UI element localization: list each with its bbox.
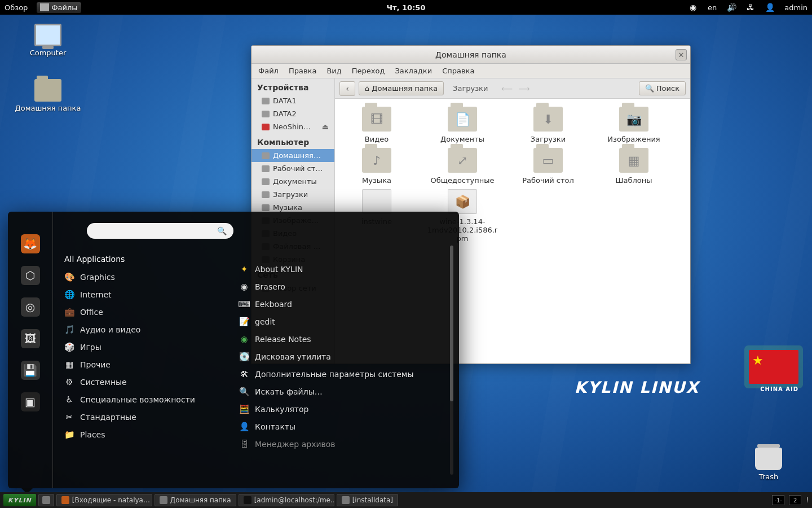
fav-photos-icon[interactable]: 🖼 [21, 329, 40, 348]
sidebar-item-data2[interactable]: DATA2 [251, 107, 334, 120]
category-other[interactable]: ▦Прочие [64, 360, 222, 370]
category-audio-video[interactable]: 🎵Аудио и видео [64, 325, 222, 335]
menu-help[interactable]: Справка [442, 67, 474, 75]
drive-icon [262, 98, 270, 104]
task-mail[interactable]: [Входящие - natalya… [56, 494, 152, 506]
gear-icon: ⚙ [64, 377, 74, 387]
app-disk-utility[interactable]: 💽Дисковая утилита [239, 352, 448, 362]
start-button[interactable]: KYLIN [3, 494, 36, 506]
task-installdata[interactable]: [installdata] [337, 494, 398, 506]
fm-item[interactable]: ⤢Общедоступные [426, 148, 498, 185]
search-icon: 🔍 [645, 84, 654, 93]
sidebar-item-neoshine[interactable]: NeoShin…⏏ [251, 120, 334, 133]
search-button[interactable]: 🔍 Поиск [639, 81, 686, 95]
category-internet[interactable]: 🌐Internet [64, 290, 222, 300]
fm-item[interactable]: ▦Шаблоны [598, 148, 670, 185]
trash-icon [755, 448, 782, 470]
menu-view[interactable]: Вид [326, 67, 341, 75]
app-contacts[interactable]: 👤Контакты [239, 422, 448, 432]
scrollbar-thumb[interactable] [450, 246, 453, 401]
back-button[interactable]: ‹ [339, 81, 355, 96]
app-eekboard[interactable]: ⌨Eekboard [239, 299, 448, 309]
app-calculator[interactable]: 🧮Калькулятор [239, 404, 448, 414]
tools-icon: 🛠 [239, 369, 249, 379]
emblem-icon: ⬇ [533, 107, 563, 132]
folder-icon: ▦ [619, 148, 648, 173]
desktop-icon-home[interactable]: Домашняя папка [11, 79, 85, 112]
calculator-icon: 🧮 [239, 404, 249, 414]
all-applications-heading[interactable]: All Applications [64, 255, 222, 264]
sidebar-item-desktop[interactable]: Рабочий ст… [251, 162, 334, 175]
network-icon[interactable]: 🖧 [746, 3, 755, 12]
sidebar-item-data1[interactable]: DATA1 [251, 94, 334, 107]
fm-item-label: Видео [341, 135, 413, 143]
desktop-icon-computer[interactable]: Computer [11, 24, 85, 57]
search-input[interactable] [94, 227, 217, 235]
apps-column: ✦About KYLIN ◉Brasero ⌨Eekboard 📝gedit ◉… [239, 221, 448, 483]
window-titlebar[interactable]: Домашняя папка ✕ [251, 46, 690, 64]
home-icon: ⌂ [365, 84, 369, 93]
sidebar-item-documents[interactable]: Документы [251, 175, 334, 188]
app-gedit[interactable]: 📝gedit [239, 317, 448, 327]
window-close-button[interactable]: ✕ [676, 49, 687, 60]
palette-icon: 🎨 [64, 272, 74, 282]
breadcrumb-home[interactable]: ⌂ Домашняя папка [359, 81, 444, 95]
fm-item[interactable]: 🎞Видео [341, 107, 413, 143]
menu-go[interactable]: Переход [352, 67, 385, 75]
category-accessories[interactable]: ✂Стандартные [64, 412, 222, 422]
category-places[interactable]: 📁Places [64, 430, 222, 440]
app-release-notes[interactable]: ◉Release Notes [239, 334, 448, 344]
workspace-2[interactable]: 2 [789, 495, 801, 505]
app-archive-manager[interactable]: 🗄Менеджер архивов [239, 439, 448, 449]
eject-icon[interactable]: ⏏ [322, 122, 329, 131]
volume-icon[interactable]: 🔊 [727, 3, 736, 12]
fav-app-icon[interactable]: ⬡ [21, 266, 40, 285]
window-title: Домашняя папка [435, 50, 506, 59]
user-menu[interactable]: admin [784, 3, 807, 12]
desktop-icon-label: Trash [732, 472, 805, 481]
sidebar-item-downloads[interactable]: Загрузки [251, 188, 334, 201]
start-menu-scrollbar[interactable] [450, 246, 453, 475]
fm-item[interactable]: 📄Документы [426, 107, 498, 143]
app-about-kylin[interactable]: ✦About KYLIN [239, 264, 448, 274]
category-accessibility[interactable]: ♿Специальные возможности [64, 395, 222, 405]
app-advanced-settings[interactable]: 🛠Дополнительные параметры системы [239, 369, 448, 379]
grid-icon: ▦ [64, 360, 74, 370]
drive-icon [262, 111, 270, 117]
task-terminal[interactable]: [admin@localhost:/me… [239, 494, 334, 506]
files-menu-button[interactable]: Файлы [37, 2, 81, 13]
menu-edit[interactable]: Правка [289, 67, 316, 75]
category-games[interactable]: 🎲Игры [64, 342, 222, 352]
nav-back-icon[interactable]: ⟵ [499, 81, 515, 96]
sidebar-item-home[interactable]: Домашняя… [251, 149, 334, 162]
keyboard-layout-indicator[interactable]: en [708, 3, 717, 12]
desktop-icon-trash[interactable]: Trash [732, 448, 805, 481]
fav-disk-icon[interactable]: ◎ [21, 297, 40, 317]
notification-indicator[interactable]: ! [806, 496, 809, 504]
fav-terminal-icon[interactable]: ▣ [21, 392, 40, 411]
category-graphics[interactable]: 🎨Graphics [64, 272, 222, 282]
fm-item[interactable]: ♪Музыка [341, 148, 413, 185]
fm-item[interactable]: ⬇Загрузки [512, 107, 584, 143]
breadcrumb-downloads[interactable]: Загрузки [447, 82, 493, 95]
fm-item[interactable]: ▭Рабочий стол [512, 148, 584, 185]
app-brasero[interactable]: ◉Brasero [239, 282, 448, 292]
menu-file[interactable]: Файл [258, 67, 279, 75]
fav-drive-icon[interactable]: 💾 [21, 361, 40, 380]
fm-item[interactable]: 📷Изображения [598, 107, 670, 143]
fav-firefox-icon[interactable]: 🦊 [21, 234, 40, 253]
clock[interactable]: Чт, 10:50 [387, 3, 426, 12]
nav-forward-icon[interactable]: ⟶ [516, 81, 532, 96]
app-search-files[interactable]: 🔍Искать файлы… [239, 387, 448, 397]
category-system[interactable]: ⚙Системные [64, 377, 222, 387]
category-office[interactable]: 💼Office [64, 307, 222, 317]
activities-button[interactable]: Обзор [5, 3, 28, 12]
user-icon: 👤 [765, 3, 774, 12]
task-home-folder[interactable]: Домашняя папка [155, 494, 236, 506]
start-menu-search[interactable]: 🔍 [87, 223, 233, 239]
menu-bookmarks[interactable]: Закладки [395, 67, 432, 75]
folder-icon [262, 191, 270, 198]
show-desktop-button[interactable] [38, 494, 54, 506]
workspace-1[interactable]: -1- [772, 495, 784, 505]
accessibility-icon[interactable]: ◉ [689, 3, 698, 12]
